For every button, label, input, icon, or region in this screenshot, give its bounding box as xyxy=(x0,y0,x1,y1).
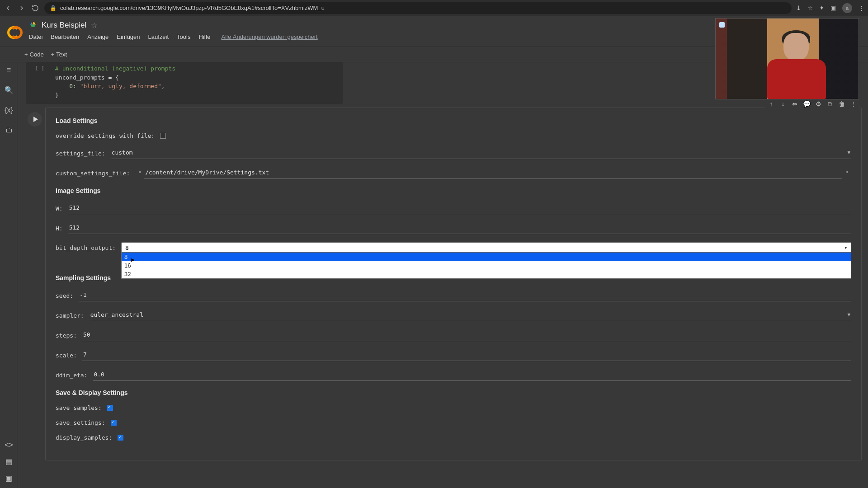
label-save-samples: save_samples: xyxy=(56,404,102,411)
kebab-menu-icon[interactable]: ⋮ xyxy=(859,5,864,11)
dropdown-option-8[interactable]: 8 xyxy=(122,253,851,261)
menu-tools[interactable]: Tools xyxy=(177,33,190,40)
comment-icon[interactable]: 💬 xyxy=(802,100,811,108)
lock-icon: 🔒 xyxy=(50,5,57,11)
label-sampler: sampler: xyxy=(56,312,84,319)
section-save-display: Save & Display Settings xyxy=(56,389,851,396)
input-seed[interactable] xyxy=(79,290,851,301)
settings-icon[interactable]: ⚙ xyxy=(814,100,822,108)
chevron-down-icon: ▾ xyxy=(844,245,847,251)
dropdown-option-32[interactable]: 32 xyxy=(122,270,851,278)
url-text: colab.research.google.com/drive/13G9KHyM… xyxy=(60,5,325,11)
menu-insert[interactable]: Einfügen xyxy=(117,33,140,40)
code-cell[interactable]: [ ] # unconditional (negative) prompts u… xyxy=(26,62,343,104)
input-steps[interactable] xyxy=(82,329,851,341)
label-settings-file: settings_file: xyxy=(56,150,105,157)
code-line: uncond_prompts = { xyxy=(55,73,175,82)
input-h[interactable] xyxy=(68,222,851,234)
document-title[interactable]: Kurs Beispiel xyxy=(42,21,86,30)
install-icon[interactable]: ⤓ xyxy=(796,5,801,11)
variables-icon[interactable]: {x} xyxy=(5,106,13,114)
label-save-settings: save_settings: xyxy=(56,419,105,426)
form-cell: ↑ ↓ ⇔ 💬 ⚙ ⧉ 🗑 ⋮ Load Settings override_s… xyxy=(24,108,862,460)
dropdown-option-16[interactable]: 16 xyxy=(122,261,851,270)
code-line: # unconditional (negative) prompts xyxy=(55,65,175,72)
toc-icon[interactable]: ≡ xyxy=(7,66,11,74)
menu-help[interactable]: Hilfe xyxy=(198,33,210,40)
command-palette-icon[interactable]: ▤ xyxy=(5,457,12,466)
search-icon[interactable]: 🔍 xyxy=(5,86,14,94)
label-scale: scale: xyxy=(56,352,77,359)
chevron-down-icon: ▼ xyxy=(847,150,850,155)
label-custom-settings-file: custom_settings_file: xyxy=(56,170,130,177)
video-source-icon xyxy=(719,22,725,28)
label-seed: seed: xyxy=(56,292,73,299)
dropdown-bit-depth: 8 16 32 ➤ xyxy=(121,252,851,279)
select-sampler[interactable]: euler_ancestral ▼ xyxy=(90,310,851,321)
link-cell-icon[interactable]: ⇔ xyxy=(791,100,799,108)
drive-icon xyxy=(29,21,37,29)
input-ddim-eta[interactable] xyxy=(93,369,851,381)
section-load-settings: Load Settings xyxy=(56,117,851,124)
section-image-settings: Image Settings xyxy=(56,187,851,194)
bookmark-icon[interactable]: ☆ xyxy=(807,5,813,11)
label-display-samples: display_samples: xyxy=(56,434,112,441)
insert-code-button[interactable]: +Code xyxy=(24,51,44,58)
move-down-icon[interactable]: ↓ xyxy=(779,100,787,108)
code-snippets-icon[interactable]: <> xyxy=(5,441,13,449)
menu-edit[interactable]: Bearbeiten xyxy=(51,33,79,40)
label-bit-depth: bit_depth_output: xyxy=(56,244,116,251)
checkbox-display-samples[interactable] xyxy=(118,435,123,441)
star-icon[interactable]: ☆ xyxy=(91,21,98,30)
input-w[interactable] xyxy=(68,202,851,214)
forward-button[interactable] xyxy=(17,4,26,13)
input-custom-settings-file[interactable] xyxy=(144,167,842,179)
select-settings-file[interactable]: custom ▼ xyxy=(111,147,851,159)
left-sidebar: ≡ 🔍 {x} 🗀 <> ▤ ▣ xyxy=(0,62,18,488)
notebook-area: [ ] # unconditional (negative) prompts u… xyxy=(18,62,868,488)
mirror-cell-icon[interactable]: ⧉ xyxy=(826,100,834,108)
menu-runtime[interactable]: Laufzeit xyxy=(148,33,169,40)
checkbox-save-samples[interactable] xyxy=(107,405,113,411)
run-cell-button[interactable] xyxy=(28,112,42,127)
side-panel-icon[interactable]: ▣ xyxy=(830,5,836,11)
menu-view[interactable]: Anzeige xyxy=(87,33,108,40)
label-steps: steps: xyxy=(56,332,77,339)
presenter-figure xyxy=(770,33,824,99)
chevron-down-icon: ▼ xyxy=(847,312,850,318)
cell-more-icon[interactable]: ⋮ xyxy=(849,100,858,108)
label-h: H: xyxy=(56,225,63,232)
menu-file[interactable]: Datei xyxy=(29,33,42,40)
webcam-overlay[interactable] xyxy=(715,18,859,99)
colab-logo-icon[interactable] xyxy=(7,23,23,38)
browser-toolbar: 🔒 colab.research.google.com/drive/13G9KH… xyxy=(0,0,868,16)
label-override-settings: override_settings_with_file: xyxy=(56,132,155,139)
checkbox-override-settings[interactable] xyxy=(160,133,166,139)
input-scale[interactable] xyxy=(82,349,851,361)
insert-text-button[interactable]: +Text xyxy=(51,51,67,58)
back-button[interactable] xyxy=(4,4,13,13)
avatar[interactable]: a xyxy=(842,3,852,13)
checkbox-save-settings[interactable] xyxy=(111,420,117,426)
reload-button[interactable] xyxy=(31,4,40,13)
code-line: } xyxy=(55,91,175,100)
files-icon[interactable]: 🗀 xyxy=(5,126,13,134)
label-w: W: xyxy=(56,205,63,212)
terminal-icon[interactable]: ▣ xyxy=(5,474,12,483)
address-bar[interactable]: 🔒 colab.research.google.com/drive/13G9KH… xyxy=(44,2,792,14)
cell-execution-indicator[interactable]: [ ] xyxy=(26,62,53,104)
extensions-icon[interactable]: ✦ xyxy=(819,5,824,11)
label-ddim-eta: ddim_eta: xyxy=(56,372,87,379)
save-status[interactable]: Alle Änderungen wurden gespeichert xyxy=(221,33,317,40)
code-line: 0: "blurr, ugly, deformed", xyxy=(55,82,175,91)
move-up-icon[interactable]: ↑ xyxy=(767,100,775,108)
delete-cell-icon[interactable]: 🗑 xyxy=(838,100,846,108)
cell-toolbar: ↑ ↓ ⇔ 💬 ⚙ ⧉ 🗑 ⋮ xyxy=(765,99,859,109)
